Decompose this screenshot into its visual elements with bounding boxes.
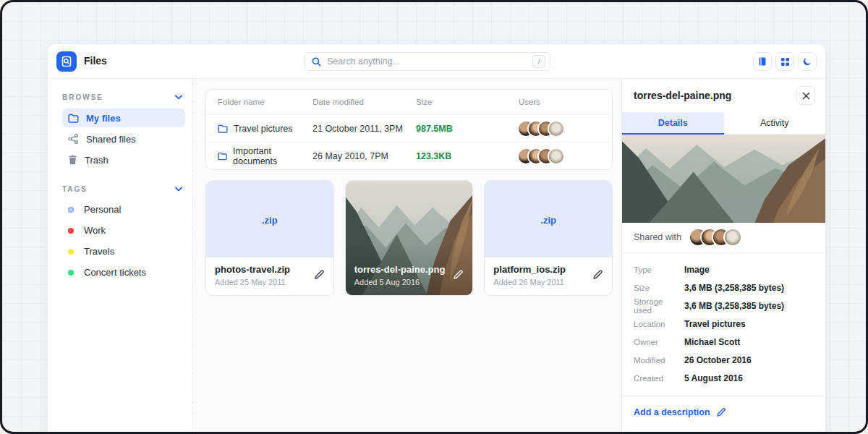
close-panel-button[interactable]	[796, 86, 815, 105]
tags-section-label: TAGS	[62, 185, 88, 193]
detail-value: 3,6 MB (3,258,385 bytes)	[684, 283, 784, 293]
file-card-platform-ios[interactable]: .zip platform_ios.zip Added 26 May 2011	[484, 180, 613, 296]
tag-work[interactable]: Work	[62, 221, 185, 239]
file-preview-image	[622, 135, 825, 223]
avatar	[549, 149, 563, 163]
edit-pencil-icon[interactable]	[314, 269, 325, 280]
sidebar-item-label: Trash	[85, 155, 109, 166]
grid-view-button[interactable]	[775, 52, 794, 71]
detail-row: Storage used 3,6 MB (3,258,385 bytes)	[634, 297, 814, 315]
notebook-button[interactable]	[753, 52, 772, 71]
sidebar-item-shared-files[interactable]: Shared files	[62, 129, 185, 148]
sidebar-item-my-files[interactable]: My files	[62, 109, 185, 127]
detail-label: Type	[634, 265, 681, 274]
tag-travels[interactable]: Travels	[62, 242, 185, 260]
dark-mode-toggle[interactable]	[798, 52, 817, 71]
folder-icon	[68, 114, 79, 123]
tag-label: Travels	[84, 246, 114, 257]
detail-value: Michael Scott	[684, 337, 740, 347]
detail-row: Owner Michael Scott	[634, 333, 814, 351]
folder-name: Travel pictures	[234, 124, 293, 134]
detail-value: 26 October 2016	[684, 355, 752, 365]
size-value: 123.3KB	[416, 151, 519, 161]
column-header: Size	[416, 98, 519, 106]
browse-section-label: BROWSE	[62, 93, 103, 101]
details-panel: torres-del-paine.png Details Activity	[621, 79, 825, 434]
tag-dot-icon	[68, 207, 74, 213]
file-name: platform_ios.zip	[493, 264, 603, 275]
tag-label: Concert tickets	[84, 267, 146, 278]
desktop-background: Files Search anything... /	[0, 0, 868, 434]
sidebar-item-label: My files	[86, 113, 121, 124]
tab-activity[interactable]: Activity	[724, 112, 826, 135]
share-icon	[68, 134, 79, 144]
tag-concert-tickets[interactable]: Concert tickets	[62, 263, 185, 281]
folder-name: Important documents	[233, 146, 312, 166]
app-header: Files Search anything... /	[48, 44, 825, 79]
shared-with-row: Shared with	[622, 223, 825, 253]
tag-label: Personal	[84, 204, 121, 215]
date-modified: 21 October 2011, 3PM	[312, 124, 416, 134]
file-added-date: Added 25 May 2011	[215, 278, 325, 286]
tag-dot-icon	[68, 270, 74, 276]
grid-icon	[780, 57, 790, 67]
folder-icon	[218, 124, 228, 133]
close-icon	[802, 92, 810, 100]
trash-icon	[68, 155, 77, 165]
detail-row: Modified 26 October 2016	[634, 351, 814, 369]
file-name: torres-del-paine.png	[354, 264, 464, 275]
chevron-down-icon[interactable]	[175, 187, 182, 192]
edit-pencil-icon[interactable]	[453, 269, 464, 280]
column-header: Folder name	[218, 98, 312, 106]
detail-value: Image	[684, 265, 710, 275]
search-placeholder: Search anything...	[327, 56, 532, 67]
folder-icon	[218, 152, 227, 161]
detail-label: Storage used	[634, 297, 681, 315]
tag-dot-icon	[68, 228, 74, 234]
tag-personal[interactable]: Personal	[62, 200, 185, 218]
table-row[interactable]: Important documents 26 May 2010, 7PM 123…	[206, 142, 612, 169]
app-title: Files	[84, 55, 107, 67]
file-name: photos-travel.zip	[215, 264, 325, 275]
table-row[interactable]: Travel pictures 21 October 2011, 3PM 987…	[206, 114, 612, 142]
book-icon	[757, 56, 767, 67]
moon-icon	[802, 56, 812, 67]
detail-row: Location Travel pictures	[634, 315, 814, 333]
detail-row: Size 3,6 MB (3,258,385 bytes)	[634, 278, 814, 297]
zip-badge: .zip	[206, 181, 333, 259]
search-input[interactable]: Search anything... /	[305, 52, 550, 71]
tag-dot-icon	[68, 249, 74, 255]
zip-badge: .zip	[485, 181, 612, 259]
search-icon	[312, 57, 321, 67]
add-description-button[interactable]: Add a description	[622, 396, 825, 428]
detail-value: 5 August 2016	[684, 373, 743, 383]
panel-tabs: Details Activity	[622, 112, 825, 135]
size-value: 987.5MB	[416, 124, 519, 134]
file-added-date: Added 5 Aug 2016	[354, 278, 464, 286]
file-card-torres-del-paine[interactable]: torres-del-paine.png Added 5 Aug 2016	[345, 180, 474, 296]
detail-label: Location	[634, 320, 681, 328]
folders-table: Folder name Date modified Size Users Tra…	[205, 89, 613, 170]
detail-label: Created	[634, 374, 681, 383]
detail-row: Type Image	[634, 260, 814, 278]
detail-value: Travel pictures	[684, 319, 746, 329]
tag-label: Work	[84, 225, 106, 236]
file-card-photos-travel[interactable]: .zip photos-travel.zip Added 25 May 2011	[205, 180, 334, 296]
avatar	[549, 122, 563, 136]
edit-pencil-icon[interactable]	[592, 269, 603, 280]
main-content: Folder name Date modified Size Users Tra…	[194, 79, 621, 434]
detail-label: Owner	[634, 338, 681, 346]
shared-with-label: Shared with	[634, 232, 681, 242]
app-logo-icon	[56, 51, 77, 72]
detail-label: Size	[634, 284, 681, 292]
column-header: Date modified	[312, 98, 416, 106]
sidebar-item-trash[interactable]: Trash	[62, 150, 185, 169]
file-added-date: Added 26 May 2011	[493, 278, 603, 286]
users-avatar-group	[519, 122, 600, 136]
shared-avatar-group[interactable]	[690, 229, 741, 245]
edit-pencil-icon	[716, 407, 726, 417]
files-app-window: Files Search anything... /	[47, 43, 826, 434]
detail-value: 3,6 MB (3,258,385 bytes)	[684, 301, 784, 311]
chevron-down-icon[interactable]	[175, 95, 182, 100]
tab-details[interactable]: Details	[622, 112, 724, 135]
